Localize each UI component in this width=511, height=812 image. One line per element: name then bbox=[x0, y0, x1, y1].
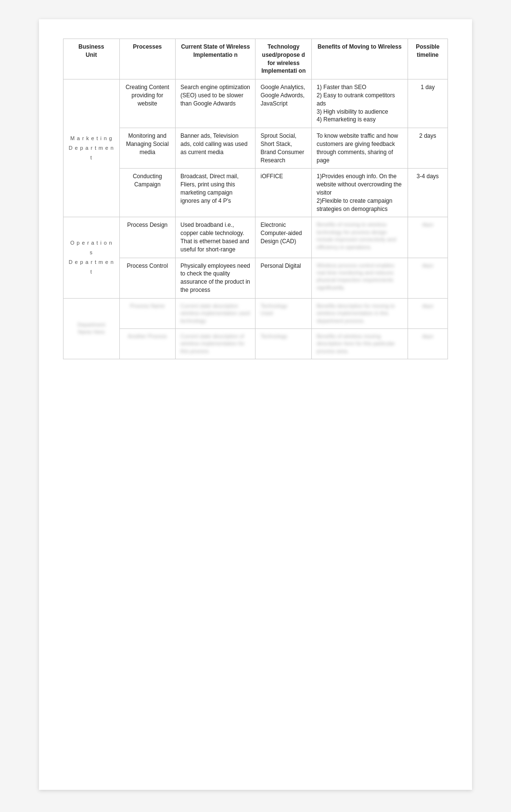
process-cell: Process Design bbox=[119, 217, 176, 258]
process-cell-blurred-2: Another Process bbox=[119, 328, 176, 359]
table-row: O p e r a t i o n s D e p a r t m e n t … bbox=[64, 217, 448, 258]
timeline-blurred: days bbox=[408, 298, 447, 328]
header-curr: Current State of Wireless Implementatio … bbox=[176, 39, 256, 79]
current-state-cell: Broadcast, Direct mail, Fliers, print us… bbox=[176, 169, 256, 217]
process-cell: Process Control bbox=[119, 258, 176, 298]
header-proc: Processes bbox=[119, 39, 176, 79]
benefits-cell: 1) Faster than SEO 2) Easy to outrank co… bbox=[312, 79, 408, 128]
bu-label-marketing: M a r k e t i n g D e p a r t m e n t bbox=[69, 135, 114, 160]
current-state-cell: Search engine optimization (SEO) used to… bbox=[176, 79, 256, 128]
timeline-cell: 3-4 days bbox=[408, 169, 447, 217]
tech-cell: Sprout Social, Short Stack, Brand Consum… bbox=[256, 128, 312, 169]
current-state-blurred: Current state description wireless imple… bbox=[176, 298, 256, 328]
current-state-cell: Used broadband i.e., copper cable techno… bbox=[176, 217, 256, 258]
tech-cell: Google Analytics, Google Adwords, JavaSc… bbox=[256, 79, 312, 128]
header-ben: Benefits of Moving to Wireless bbox=[312, 39, 408, 79]
timeline-cell-blurred: days bbox=[408, 258, 447, 298]
benefits-blurred-2: Benefits of wireless moving description … bbox=[312, 328, 408, 359]
timeline-blurred-2: days bbox=[408, 328, 447, 359]
tech-cell: Electronic Computer-aided Design (CAD) bbox=[256, 217, 312, 258]
bu-cell-blurred: DepartmentName Here bbox=[64, 298, 120, 359]
timeline-cell-blurred: days bbox=[408, 217, 447, 258]
process-cell: Creating Content providing for website bbox=[119, 79, 176, 128]
timeline-cell: 2 days bbox=[408, 128, 447, 169]
table-row: Another Process Current state descriptio… bbox=[64, 328, 448, 359]
process-cell-blurred: Process Name bbox=[119, 298, 176, 328]
tech-cell: Personal Digital bbox=[256, 258, 312, 298]
tech-cell-blurred-2: Technology bbox=[256, 328, 312, 359]
current-state-cell: Banner ads, Television ads, cold calling… bbox=[176, 128, 256, 169]
page: BusinessUnit Processes Current State of … bbox=[39, 19, 472, 790]
tech-cell-blurred: TechnologyUsed bbox=[256, 298, 312, 328]
table-row: Conducting Campaign Broadcast, Direct ma… bbox=[64, 169, 448, 217]
header-bu: BusinessUnit bbox=[64, 39, 120, 79]
process-cell: Conducting Campaign bbox=[119, 169, 176, 217]
main-table: BusinessUnit Processes Current State of … bbox=[63, 39, 448, 359]
current-state-blurred-2: Current state description of wireless im… bbox=[176, 328, 256, 359]
current-state-cell: Physically employees need to check the q… bbox=[176, 258, 256, 298]
table-row: DepartmentName Here Process Name Current… bbox=[64, 298, 448, 328]
process-label: Creating Content providing for website bbox=[126, 84, 169, 107]
bu-cell-marketing: M a r k e t i n g D e p a r t m e n t bbox=[64, 79, 120, 217]
table-row: M a r k e t i n g D e p a r t m e n t Cr… bbox=[64, 79, 448, 128]
benefits-cell-blurred: Benefits description for moving to wirel… bbox=[312, 298, 408, 328]
benefits-cell-blurred: Benefits of moving to wireless technolog… bbox=[312, 217, 408, 258]
tech-cell: iOFFICE bbox=[256, 169, 312, 217]
benefits-cell: 1)Provides enough info. On the website w… bbox=[312, 169, 408, 217]
benefits-cell-blurred: Wireless process control enables real ti… bbox=[312, 258, 408, 298]
header-tech: Technology used/propose d for wireless I… bbox=[256, 39, 312, 79]
table-row: Monitoring and Managing Social media Ban… bbox=[64, 128, 448, 169]
timeline-cell: 1 day bbox=[408, 79, 447, 128]
header-time: Possible timeline bbox=[408, 39, 447, 79]
benefits-cell: To know website traffic and how customer… bbox=[312, 128, 408, 169]
table-row: Process Control Physically employees nee… bbox=[64, 258, 448, 298]
bu-label-operations: O p e r a t i o n s D e p a r t m e n t bbox=[69, 240, 114, 274]
bu-cell-operations: O p e r a t i o n s D e p a r t m e n t bbox=[64, 217, 120, 298]
process-cell: Monitoring and Managing Social media bbox=[119, 128, 176, 169]
